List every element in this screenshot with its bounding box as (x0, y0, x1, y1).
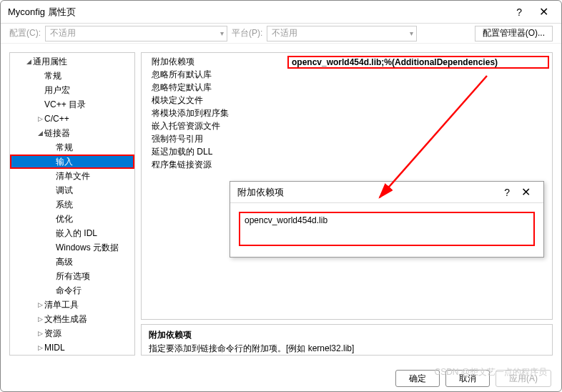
popup-close-button[interactable]: ✕ (516, 185, 536, 199)
tree-item-input[interactable]: 输入 (10, 155, 134, 169)
prop-row[interactable]: 模块定义文件 (144, 94, 549, 107)
config-manager-button[interactable]: 配置管理器(O)... (475, 26, 553, 41)
tree-item[interactable]: ▷文档生成器 (10, 312, 134, 326)
popup-help-button[interactable]: ? (498, 187, 516, 198)
titlebar: Myconfig 属性页 ? ✕ (1, 1, 561, 24)
prop-row[interactable]: 程序集链接资源 (144, 159, 549, 172)
tree-item[interactable]: 系统 (10, 197, 134, 212)
collapse-icon: ◢ (24, 58, 33, 65)
prop-row[interactable]: 强制符号引用 (144, 133, 549, 146)
tree-item[interactable]: ▷C/C++ (10, 112, 134, 126)
tree-item[interactable]: VC++ 目录 (10, 97, 134, 112)
watermark: CSDN @想文艺一点的程序员 (434, 366, 547, 378)
window-title: Myconfig 属性页 (8, 6, 511, 19)
prop-value-additional-deps[interactable]: opencv_world454d.lib;%(AdditionalDepende… (287, 56, 549, 69)
config-label: 配置(C): (9, 27, 41, 39)
prop-row[interactable]: 将模块添加到程序集 (144, 107, 549, 120)
tree-item[interactable]: 优化 (10, 212, 134, 226)
tree-item-linker[interactable]: ◢链接器 (10, 126, 134, 140)
platform-select[interactable]: 不适用 ▾ (267, 26, 417, 41)
platform-select-value: 不适用 (272, 27, 297, 39)
tree-item[interactable]: 常规 (10, 140, 134, 155)
description-box: 附加依赖项 指定要添加到链接命令行的附加项。[例如 kernel32.lib] (141, 324, 553, 356)
popup-titlebar: 附加依赖项 ? ✕ (230, 182, 543, 203)
tree-item[interactable]: ▷MIDL (10, 340, 134, 355)
prop-row[interactable]: 延迟加载的 DLL (144, 146, 549, 159)
prop-row[interactable]: 嵌入托管资源文件 (144, 120, 549, 133)
tree-item[interactable]: Windows 元数据 (10, 240, 134, 255)
tree-item[interactable]: 常规 (10, 69, 134, 83)
tree-item[interactable]: 用户宏 (10, 83, 134, 97)
popup-dialog: 附加依赖项 ? ✕ opencv_world454d.lib (230, 181, 544, 258)
prop-row[interactable]: 附加依赖项 opencv_world454d.lib;%(AdditionalD… (144, 56, 549, 69)
prop-row[interactable]: 忽略所有默认库 (144, 69, 549, 82)
tree-item[interactable]: 调试 (10, 183, 134, 197)
chevron-down-icon: ▾ (410, 29, 413, 37)
tree-item[interactable]: 清单文件 (10, 169, 134, 183)
close-button[interactable]: ✕ (533, 5, 554, 19)
help-button[interactable]: ? (511, 6, 528, 18)
tree-item[interactable]: 所有选项 (10, 269, 134, 283)
expand-icon: ▷ (36, 344, 44, 351)
description-text: 指定要添加到链接命令行的附加项。[例如 kernel32.lib] (149, 343, 545, 355)
config-row: 配置(C): 不适用 ▾ 平台(P): 不适用 ▾ 配置管理器(O)... (1, 24, 561, 44)
tree-item[interactable]: 高级 (10, 255, 134, 269)
tree-panel[interactable]: ◢通用属性 常规 用户宏 VC++ 目录 ▷C/C++ ◢链接器 常规 输入 清… (9, 52, 135, 356)
popup-title: 附加依赖项 (237, 186, 498, 199)
ok-button[interactable]: 确定 (395, 370, 440, 387)
expand-icon: ▷ (36, 330, 44, 337)
description-title: 附加依赖项 (149, 329, 545, 341)
additional-deps-textarea[interactable]: opencv_world454d.lib (239, 212, 535, 246)
config-select[interactable]: 不适用 ▾ (45, 26, 227, 41)
tree-item[interactable]: 命令行 (10, 283, 134, 298)
platform-label: 平台(P): (232, 27, 262, 39)
tree-item[interactable]: ▷清单工具 (10, 298, 134, 312)
tree-item[interactable]: ▷资源 (10, 326, 134, 340)
tree-item[interactable]: 嵌入的 IDL (10, 226, 134, 240)
expand-icon: ▷ (36, 301, 44, 308)
expand-icon: ▷ (36, 315, 44, 323)
chevron-down-icon: ▾ (220, 29, 224, 37)
prop-row[interactable]: 忽略特定默认库 (144, 82, 549, 94)
prop-label: 附加依赖项 (144, 56, 287, 69)
collapse-icon: ◢ (36, 129, 44, 137)
tree-root[interactable]: ◢通用属性 (10, 54, 134, 69)
config-select-value: 不适用 (50, 27, 76, 39)
expand-icon: ▷ (36, 115, 44, 122)
